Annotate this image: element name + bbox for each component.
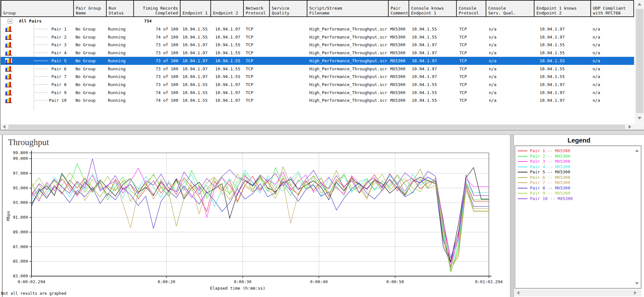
legend-item-6[interactable]: Pair 6 -- MX5300	[515, 175, 641, 180]
y-tick-label: 89.000	[13, 230, 28, 234]
column-header-label: Service Quality	[272, 6, 289, 15]
column-header-network_protocol[interactable]: Network Protocol	[244, 1, 270, 16]
column-header-udp_compliant[interactable]: UDP Compliant with RFC768	[591, 1, 634, 16]
table-row-2[interactable]: Pair 2No GroupRunning74 of 10010.94.1.55…	[1, 33, 634, 41]
column-header-label: Console Serv. Qual.	[488, 6, 516, 15]
column-header-console_protocol[interactable]: Console Protocol	[457, 1, 486, 16]
legend-item-4[interactable]: Pair 4 -- MX5300	[515, 164, 641, 170]
cell-endpoint2: 10.94.1.97	[215, 96, 240, 104]
column-header-timing_records[interactable]: Timing Records Completed	[134, 1, 181, 16]
cell-run_status: Running	[108, 73, 126, 81]
table-row-8[interactable]: Pair 8No GroupRunning73 of 10010.94.1.55…	[1, 81, 634, 89]
cell-console_knows_ep1: 10.94.1.97	[412, 73, 437, 81]
table-row-7[interactable]: Pair 7No GroupRunning73 of 10010.94.1.97…	[1, 73, 634, 81]
pair-chart-icon	[5, 74, 12, 79]
table-row-10[interactable]: Pair 10No GroupRunning74 of 10010.94.1.5…	[1, 96, 634, 104]
cell-console_protocol: TCP	[459, 65, 467, 73]
legend-scroll-down-arrow-icon[interactable]	[635, 282, 639, 285]
table-row-1[interactable]: Pair 1No GroupRunning74 of 10010.94.1.55…	[1, 25, 634, 33]
cell-group_name: No Group	[75, 33, 96, 41]
cell-network_protocol: TCP	[246, 81, 253, 89]
cell-script: High_Performance_Throughput.scr	[309, 33, 387, 41]
cell-group_name: No Group	[75, 89, 96, 97]
legend-item-2[interactable]: Pair 2 -- MX5300	[515, 153, 641, 159]
table-hscroll-thumb[interactable]	[8, 125, 625, 129]
cell-endpoint1: 10.94.1.55	[182, 96, 207, 104]
legend-item-label: Pair 9 -- MX5300	[530, 190, 570, 196]
cell-ep1_knows_ep2: 10.94.1.97	[540, 33, 565, 41]
pair-chart-icon	[5, 82, 12, 87]
collapse-expander-icon[interactable]: −	[8, 19, 12, 23]
legend-item-3[interactable]: Pair 3 -- MX5300	[515, 159, 641, 164]
cell-group_name: No Group	[75, 73, 96, 81]
cell-pair_comment: MX5300	[390, 81, 405, 89]
column-header-pair_comment[interactable]: Pair Comment	[389, 1, 409, 16]
column-header-console_knows_ep1[interactable]: Console knows Endpoint 1	[409, 1, 457, 16]
cell-pair: Pair 6	[46, 65, 66, 73]
column-header-console_serv_qual[interactable]: Console Serv. Qual.	[486, 1, 534, 16]
table-vertical-scrollbar[interactable]	[635, 0, 644, 124]
cell-pair_comment: MX5300	[390, 57, 405, 65]
table-row-5[interactable]: Pair 5No GroupRunning73 of 10010.94.1.97…	[1, 57, 634, 65]
cell-run_status: Running	[108, 49, 126, 57]
x-tick-label: 0:00:02.294	[18, 279, 45, 284]
column-header-label: Endpoint 1	[182, 11, 207, 15]
table-row-4[interactable]: Pair 4No GroupRunning73 of 10010.94.1.97…	[1, 49, 634, 57]
legend-item-10[interactable]: Pair 10 -- MX5300	[515, 196, 641, 201]
all-pairs-group-row[interactable]: − All Pairs 734	[1, 17, 634, 25]
legend-scroll-left-arrow-icon[interactable]	[517, 291, 519, 295]
cell-console_protocol: TCP	[459, 33, 467, 41]
scroll-up-arrow-icon[interactable]	[638, 3, 641, 5]
legend-item-label: Pair 3 -- MX5300	[530, 159, 570, 164]
y-tick-label: 85.000	[13, 259, 28, 264]
cell-console_protocol: TCP	[459, 96, 467, 104]
legend-item-8[interactable]: Pair 8 -- MX5300	[515, 185, 641, 191]
cell-ep1_knows_ep2: 10.94.1.97	[540, 81, 565, 89]
cell-console_protocol: TCP	[459, 89, 467, 97]
table-vscroll-thumb[interactable]	[636, 9, 643, 113]
column-header-endpoint2[interactable]: Endpoint 2	[211, 1, 244, 16]
legend-scroll-right-arrow-icon[interactable]	[634, 291, 637, 295]
legend-line-swatch-icon	[518, 172, 527, 172]
column-header-pair_group_name[interactable]: Pair Group Name	[74, 1, 107, 16]
cell-ep1_knows_ep2: 10.94.1.55	[540, 49, 565, 57]
cell-timing: 73 of 100	[142, 81, 178, 89]
legend-item-9[interactable]: Pair 9 -- MX5300	[515, 190, 641, 196]
scroll-right-arrow-icon[interactable]	[629, 125, 631, 129]
column-header-endpoint1[interactable]: Endpoint 1	[181, 1, 211, 16]
table-row-6[interactable]: Pair 6No GroupRunning73 of 10010.94.1.97…	[1, 65, 634, 73]
cell-console_serv_qual: n/a	[489, 41, 496, 49]
column-header-label: Pair Group Name	[76, 6, 101, 15]
legend-item-label: Pair 1 -- MX5300	[530, 148, 570, 153]
pane-splitter-vertical[interactable]	[510, 135, 514, 297]
group-timing-total: 734	[123, 17, 152, 25]
table-horizontal-scrollbar[interactable]	[1, 124, 634, 130]
legend-item-7[interactable]: Pair 7 -- MX5300	[515, 180, 641, 185]
column-header-ep1_knows_ep2[interactable]: Endpoint 1 knows Endpoint 2	[534, 1, 591, 16]
legend-horizontal-scrollbar[interactable]	[515, 290, 641, 296]
cell-pair_comment: MX5300	[390, 41, 405, 49]
cell-console_knows_ep1: 10.94.1.55	[412, 33, 437, 41]
legend-item-1[interactable]: Pair 1 -- MX5300	[515, 148, 641, 153]
cell-script: High_Performance_Throughput.scr	[309, 89, 387, 97]
column-header-script[interactable]: Script/Stream Filename	[307, 1, 389, 16]
cell-ep1_knows_ep2: 10.94.1.55	[540, 73, 565, 81]
table-row-3[interactable]: Pair 3No GroupRunning73 of 10010.94.1.97…	[1, 41, 634, 49]
column-header-group[interactable]: Group	[1, 1, 74, 16]
table-row-9[interactable]: Pair 9No GroupRunning74 of 10010.94.1.55…	[1, 89, 634, 97]
cell-run_status: Running	[108, 57, 126, 65]
cell-network_protocol: TCP	[246, 25, 253, 33]
cell-console_protocol: TCP	[459, 41, 467, 49]
cell-console_knows_ep1: 10.94.1.55	[412, 25, 437, 33]
scroll-down-arrow-icon[interactable]	[638, 117, 641, 119]
legend-item-label: Pair 4 -- MX5300	[530, 164, 570, 170]
cell-udp_compliant: n/a	[593, 33, 600, 41]
column-header-service_quality[interactable]: Service Quality	[270, 1, 307, 16]
scroll-left-arrow-icon[interactable]	[3, 125, 5, 129]
cell-group_name: No Group	[75, 41, 96, 49]
cell-console_serv_qual: n/a	[489, 96, 496, 104]
column-header-run_status[interactable]: Run Status	[107, 1, 134, 16]
legend-item-5[interactable]: Pair 5 -- MX5300	[515, 169, 641, 175]
legend-line-swatch-icon	[518, 151, 527, 151]
pane-splitter-horizontal[interactable]	[0, 130, 644, 135]
